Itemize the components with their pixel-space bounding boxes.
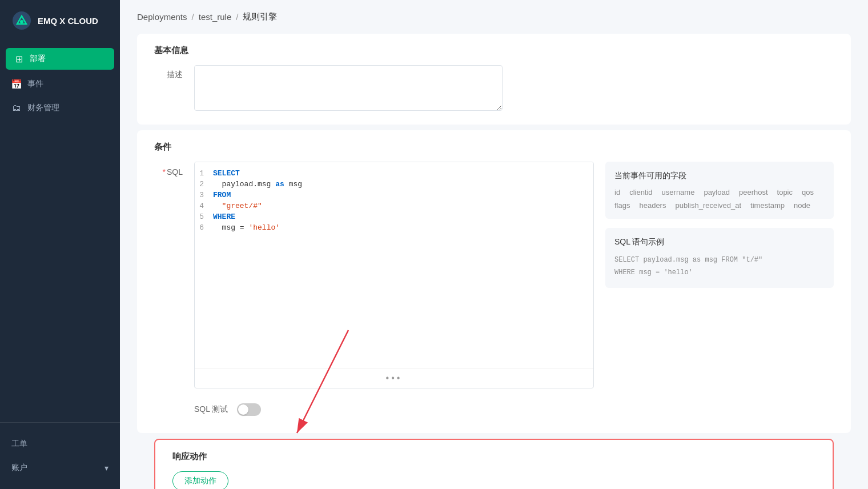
field-clientid: clientid bbox=[629, 188, 652, 197]
sidebar-bottom: 工单 账户 ▾ bbox=[0, 422, 120, 489]
example-panel: SQL 语句示例 SELECT payload.msg as msg FROM … bbox=[605, 228, 834, 288]
conditions-title: 条件 bbox=[154, 142, 834, 153]
sql-editor-blank bbox=[195, 233, 593, 324]
sql-editor[interactable]: 1 SELECT 2 payload.msg as msg 3 FROM bbox=[195, 162, 593, 368]
desc-row: 描述 bbox=[154, 65, 834, 113]
account-label: 账户 bbox=[11, 463, 27, 473]
sql-test-toggle[interactable] bbox=[237, 403, 261, 416]
sidebar: EMQ X CLOUD ⊞ 部署 📅 事件 🗂 财务管理 工单 账户 ▾ bbox=[0, 0, 120, 489]
sql-line-1: 1 SELECT bbox=[195, 168, 593, 179]
finance-icon: 🗂 bbox=[11, 103, 22, 113]
sidebar-item-account[interactable]: 账户 ▾ bbox=[0, 456, 120, 480]
sidebar-logo: EMQ X CLOUD bbox=[0, 0, 120, 41]
sidebar-item-finance[interactable]: 🗂 财务管理 bbox=[0, 96, 120, 120]
breadcrumb-sep-2: / bbox=[236, 12, 238, 22]
sql-row: *SQL 1 SELECT 2 payload.msg as msg bbox=[154, 162, 834, 388]
sql-line-5: 5 WHERE bbox=[195, 211, 593, 222]
sidebar-item-workorders[interactable]: 工单 bbox=[0, 432, 120, 456]
ellipsis-icon: ••• bbox=[386, 373, 403, 383]
field-id: id bbox=[614, 188, 620, 197]
line-code-2: payload.msg as msg bbox=[213, 180, 302, 189]
toggle-knob bbox=[238, 404, 248, 415]
sql-example-text: SELECT payload.msg as msg FROM "t/#" WHE… bbox=[614, 254, 825, 279]
basic-info-title: 基本信息 bbox=[154, 45, 834, 56]
sql-editor-wrapper: 1 SELECT 2 payload.msg as msg 3 FROM bbox=[194, 162, 594, 388]
sql-line-3: 3 FROM bbox=[195, 190, 593, 201]
breadcrumb-testrule[interactable]: test_rule bbox=[199, 12, 232, 22]
field-payload: payload bbox=[704, 188, 730, 197]
line-num-2: 2 bbox=[195, 180, 213, 189]
field-qos: qos bbox=[802, 188, 814, 197]
line-num-3: 3 bbox=[195, 191, 213, 199]
sidebar-item-finance-label: 财务管理 bbox=[27, 103, 59, 113]
fields-panel-title: 当前事件可用的字段 bbox=[614, 171, 825, 181]
field-username: username bbox=[662, 188, 695, 197]
line-num-4: 4 bbox=[195, 202, 213, 210]
field-node: node bbox=[794, 201, 810, 210]
field-topic: topic bbox=[777, 188, 793, 197]
fields-list: id clientid username payload peerhost to… bbox=[614, 188, 825, 210]
response-actions-card: 响应动作 添加动作 bbox=[154, 439, 834, 489]
field-peerhost: peerhost bbox=[739, 188, 768, 197]
svg-point-2 bbox=[20, 20, 23, 23]
basic-info-card: 基本信息 描述 bbox=[137, 34, 851, 125]
breadcrumb-sep-1: / bbox=[192, 12, 194, 22]
sql-right-panel: 当前事件可用的字段 id clientid username payload p… bbox=[605, 162, 834, 388]
sidebar-item-deployments-label: 部署 bbox=[30, 54, 46, 64]
sidebar-item-events-label: 事件 bbox=[27, 79, 43, 89]
sql-line-6: 6 msg = 'hello' bbox=[195, 222, 593, 233]
sql-line-4: 4 "greet/#" bbox=[195, 201, 593, 211]
account-chevron-icon: ▾ bbox=[105, 463, 108, 472]
sql-label: *SQL bbox=[154, 162, 183, 177]
line-code-1: SELECT bbox=[213, 169, 240, 178]
fields-panel: 当前事件可用的字段 id clientid username payload p… bbox=[605, 162, 834, 219]
sql-content: 1 SELECT 2 payload.msg as msg 3 FROM bbox=[194, 162, 834, 388]
sidebar-nav: ⊞ 部署 📅 事件 🗂 财务管理 bbox=[0, 41, 120, 422]
line-code-3: FROM bbox=[213, 191, 231, 199]
line-code-5: WHERE bbox=[213, 213, 235, 221]
response-actions-title: 响应动作 bbox=[172, 451, 815, 462]
sql-test-row: SQL 测试 bbox=[194, 398, 834, 422]
line-code-4: "greet/#" bbox=[213, 202, 262, 210]
desc-input[interactable] bbox=[194, 65, 503, 111]
breadcrumb-current: 规则引擎 bbox=[243, 11, 277, 22]
desc-label: 描述 bbox=[154, 65, 183, 80]
logo-icon bbox=[11, 10, 32, 31]
response-actions-container: 响应动作 添加动作 bbox=[137, 439, 851, 489]
sql-label-text: SQL bbox=[167, 167, 183, 177]
workorders-label: 工单 bbox=[11, 439, 27, 449]
line-num-5: 5 bbox=[195, 213, 213, 221]
add-action-button[interactable]: 添加动作 bbox=[172, 471, 228, 489]
field-timestamp: timestamp bbox=[750, 201, 785, 210]
line-code-6: msg = 'hello' bbox=[213, 223, 280, 232]
breadcrumb: Deployments / test_rule / 规则引擎 bbox=[120, 0, 868, 28]
sidebar-item-events[interactable]: 📅 事件 bbox=[0, 72, 120, 96]
deployments-icon: ⊞ bbox=[14, 54, 24, 64]
desc-control bbox=[194, 65, 834, 113]
events-icon: 📅 bbox=[11, 79, 22, 89]
field-flags: flags bbox=[614, 201, 630, 210]
conditions-card: 条件 *SQL 1 SELECT 2 pa bbox=[137, 130, 851, 433]
example-panel-title: SQL 语句示例 bbox=[614, 237, 825, 247]
main-content: Deployments / test_rule / 规则引擎 基本信息 描述 条… bbox=[120, 0, 868, 489]
sql-line-2: 2 payload.msg as msg bbox=[195, 179, 593, 190]
logo-text: EMQ X CLOUD bbox=[38, 16, 98, 26]
line-num-1: 1 bbox=[195, 169, 213, 178]
line-num-6: 6 bbox=[195, 223, 213, 232]
sql-editor-footer: ••• bbox=[195, 368, 593, 388]
field-headers: headers bbox=[639, 201, 666, 210]
sidebar-item-deployments[interactable]: ⊞ 部署 bbox=[6, 48, 114, 70]
required-star: * bbox=[163, 167, 166, 177]
breadcrumb-deployments[interactable]: Deployments bbox=[137, 12, 187, 22]
field-publish-received-at: publish_received_at bbox=[675, 201, 741, 210]
sql-test-label: SQL 测试 bbox=[194, 404, 228, 415]
